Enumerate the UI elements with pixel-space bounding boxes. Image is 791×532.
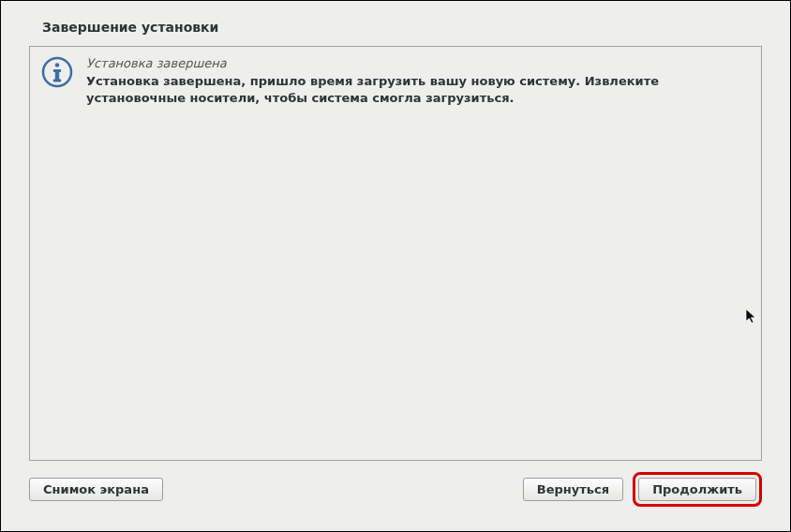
message-body: Установка завершена, пришло время загруз… <box>86 73 750 106</box>
message-block: Установка завершена Установка завершена,… <box>41 54 750 106</box>
page-title: Завершение установки <box>42 20 762 35</box>
content-panel: Установка завершена Установка завершена,… <box>29 46 762 461</box>
screenshot-button[interactable]: Снимок экрана <box>29 478 163 501</box>
svg-rect-4 <box>53 80 61 82</box>
back-button[interactable]: Вернуться <box>523 478 623 501</box>
continue-highlight: Продолжить <box>633 472 762 507</box>
svg-point-1 <box>55 63 60 67</box>
button-row: Снимок экрана Вернуться Продолжить <box>29 472 762 512</box>
message-text: Установка завершена Установка завершена,… <box>86 54 750 106</box>
info-icon <box>41 56 73 91</box>
continue-button[interactable]: Продолжить <box>638 478 756 501</box>
svg-rect-3 <box>53 69 61 72</box>
message-heading: Установка завершена <box>86 56 750 70</box>
installer-page: Завершение установки Установка завершена… <box>1 1 790 531</box>
button-right-group: Вернуться Продолжить <box>523 472 762 507</box>
